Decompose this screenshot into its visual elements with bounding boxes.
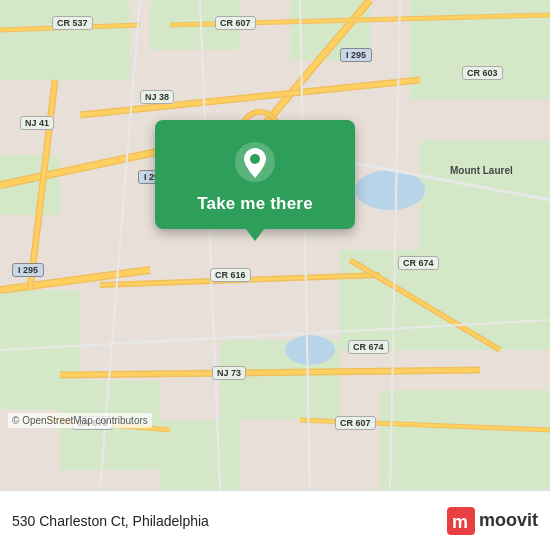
map-container: CR 537 CR 607 NJ 41 NJ 38 I 295 CR 603 I… <box>0 0 550 490</box>
moovit-text: moovit <box>479 510 538 531</box>
road-label-nj41: NJ 41 <box>20 118 54 128</box>
road-label-cr603: CR 603 <box>462 68 503 78</box>
svg-point-13 <box>355 170 425 210</box>
road-label-i295-top: I 295 <box>340 50 372 60</box>
road-label-nj73: NJ 73 <box>212 368 246 378</box>
popup-card: Take me there <box>155 120 355 229</box>
osm-attribution: © OpenStreetMap contributors <box>8 413 152 428</box>
svg-point-48 <box>250 154 260 164</box>
road-label-cr607-bot: CR 607 <box>335 418 376 428</box>
road-label-mount-laurel: Mount Laurel <box>450 165 513 176</box>
svg-rect-9 <box>380 390 550 490</box>
svg-point-14 <box>285 335 335 365</box>
moovit-logo: m moovit <box>447 507 538 535</box>
road-label-cr607-top: CR 607 <box>215 18 256 28</box>
road-label-cr537: CR 537 <box>52 18 93 28</box>
bottom-bar: 530 Charleston Ct, Philadelphia m moovit <box>0 490 550 550</box>
moovit-logo-icon: m <box>447 507 475 535</box>
svg-rect-10 <box>160 420 240 490</box>
svg-text:m: m <box>452 512 468 532</box>
svg-rect-11 <box>420 140 550 280</box>
svg-rect-1 <box>0 0 130 80</box>
road-label-nj38: NJ 38 <box>140 92 174 102</box>
road-label-cr616: CR 616 <box>210 270 251 280</box>
road-label-cr674-bot: CR 674 <box>348 342 389 352</box>
location-pin-icon <box>233 140 277 184</box>
road-label-cr674-top: CR 674 <box>398 258 439 268</box>
road-label-i295-low: I 295 <box>12 265 44 275</box>
take-me-there-button[interactable]: Take me there <box>197 194 313 214</box>
address-text: 530 Charleston Ct, Philadelphia <box>12 513 447 529</box>
